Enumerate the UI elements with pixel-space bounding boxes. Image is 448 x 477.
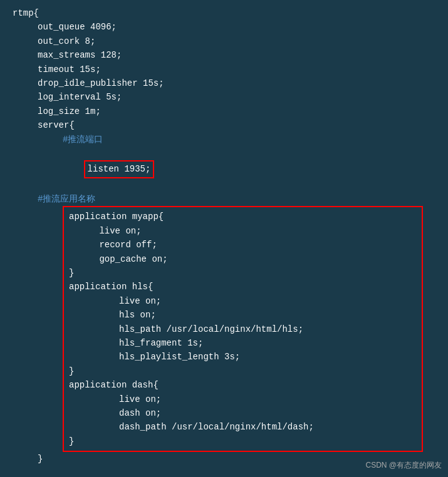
line-17: }	[69, 266, 417, 280]
line-25: application dash{	[69, 378, 417, 392]
line-23: hls_playlist_length 3s;	[69, 350, 417, 364]
line-1: rtmp{	[13, 6, 435, 20]
line-20: hls on;	[69, 308, 417, 322]
line-21: hls_path /usr/local/nginx/html/hls;	[69, 322, 417, 336]
line-22: hls_fragment 1s;	[69, 336, 417, 350]
line-12-comment: #推流应用名称	[13, 192, 435, 206]
line-6: drop_idle_publisher 15s;	[13, 76, 435, 90]
line-29: }	[69, 434, 417, 448]
line-8: log_size 1m;	[13, 105, 435, 118]
watermark: CSDN @有态度的网友	[365, 460, 442, 471]
line-7: log_interval 5s;	[13, 90, 435, 104]
line-9: server{	[13, 118, 435, 132]
line-2: out_queue 4096;	[13, 20, 435, 34]
line-13: application myapp{	[69, 210, 417, 223]
applications-box: application myapp{ live on; record off; …	[63, 206, 423, 452]
line-18: application hls{	[69, 280, 417, 294]
line-3: out_cork 8;	[13, 34, 435, 48]
line-10-comment: #推流端口	[13, 133, 435, 146]
line-4: max_streams 128;	[13, 48, 435, 62]
line-24: }	[69, 364, 417, 378]
line-26: live on;	[69, 392, 417, 406]
code-block: rtmp{ out_queue 4096; out_cork 8; max_st…	[0, 0, 448, 477]
line-14: live on;	[69, 224, 417, 238]
line-16: gop_cache on;	[69, 252, 417, 266]
line-19: live on;	[69, 294, 417, 308]
line-5: timeout 15s;	[13, 63, 435, 76]
line-11: listen 1935;	[13, 146, 435, 192]
line-28: dash_path /usr/local/nginx/html/dash;	[69, 420, 417, 434]
line-15: record off;	[69, 238, 417, 252]
line-27: dash on;	[69, 406, 417, 420]
listen-highlight: listen 1935;	[84, 160, 155, 178]
